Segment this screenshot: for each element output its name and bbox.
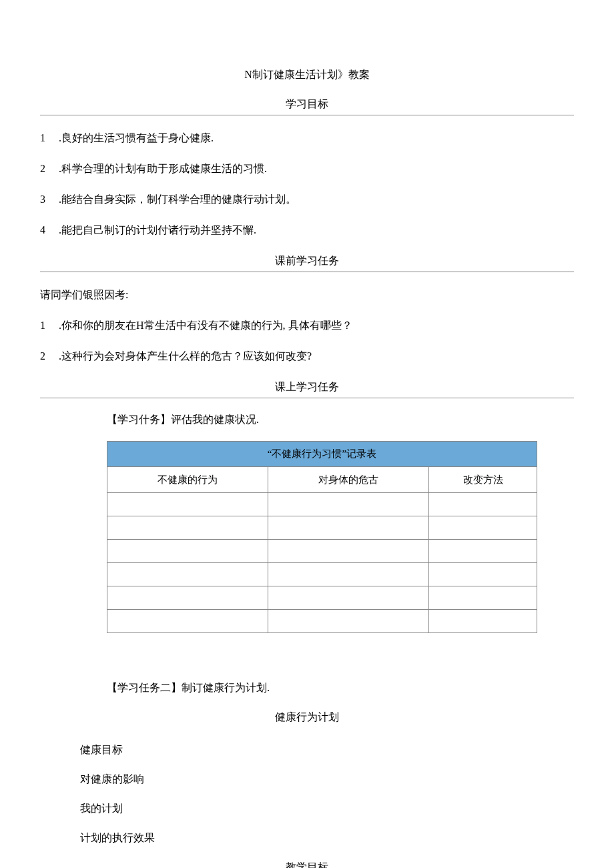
item-text: .你和你的朋友在H常生活中有没有不健康的行为, 具体有哪些？ <box>59 318 574 334</box>
plan-item-execution: 计划的执行效果 <box>80 830 574 846</box>
document-title: N制订健康生活计划》教案 <box>40 67 574 83</box>
item-number: 2 <box>40 161 59 177</box>
table-cell[interactable] <box>268 516 429 540</box>
table-cell[interactable] <box>107 586 268 610</box>
unhealthy-behavior-table: “不健康行为习惯”记录表 不健康的行为 对身体的危古 改变方法 <box>107 441 537 633</box>
item-number: 4 <box>40 222 59 238</box>
table-cell[interactable] <box>268 563 429 586</box>
task-one-label: 【学习什务】评估我的健康状况. <box>107 412 574 428</box>
plan-item-goal: 健康目标 <box>80 742 574 758</box>
table-cell[interactable] <box>429 493 537 516</box>
table-row <box>107 610 537 633</box>
table-cell[interactable] <box>107 540 268 563</box>
item-number: 1 <box>40 130 59 146</box>
pre-task-item: 2 .这种行为会对身体产生什么样的危古？应该如何改变? <box>40 348 574 364</box>
table-header-method: 改变方法 <box>429 466 537 493</box>
section-teaching-goal: 教学目标 <box>40 859 574 868</box>
table-header-harm: 对身体的危古 <box>268 466 429 493</box>
table-cell[interactable] <box>429 516 537 540</box>
table-cell[interactable] <box>429 540 537 563</box>
table-cell[interactable] <box>268 586 429 610</box>
section-in-class-task: 课上学习任务 <box>40 379 574 398</box>
item-number: 3 <box>40 191 59 207</box>
plan-title: 健康行为计划 <box>40 709 574 725</box>
plan-item-my-plan: 我的计划 <box>80 801 574 817</box>
item-text: .能把自己制订的计划付诸行动并坚持不懈. <box>59 222 574 238</box>
item-number: 2 <box>40 348 59 364</box>
goal-item: 2 .科学合理的计划有助于形成健康生活的习惯. <box>40 161 574 177</box>
table-cell[interactable] <box>107 493 268 516</box>
table-cell[interactable] <box>268 493 429 516</box>
item-text: .这种行为会对身体产生什么样的危古？应该如何改变? <box>59 348 574 364</box>
table-cell[interactable] <box>268 540 429 563</box>
plan-item-effect: 对健康的影响 <box>80 771 574 787</box>
table-title: “不健康行为习惯”记录表 <box>107 442 537 467</box>
item-number: 1 <box>40 318 59 334</box>
table-row <box>107 540 537 563</box>
pre-task-item: 1 .你和你的朋友在H常生活中有没有不健康的行为, 具体有哪些？ <box>40 318 574 334</box>
item-text: .能结合自身实际，制仃科学合理的健康行动计划。 <box>59 191 574 207</box>
table-cell[interactable] <box>429 586 537 610</box>
task-two-label: 【学习任务二】制订健康行为计划. <box>107 680 574 696</box>
goal-item: 3 .能结合自身实际，制仃科学合理的健康行动计划。 <box>40 191 574 207</box>
table-row <box>107 516 537 540</box>
table-row <box>107 563 537 586</box>
goal-item: 4 .能把自己制订的计划付诸行动并坚持不懈. <box>40 222 574 238</box>
table-cell[interactable] <box>268 610 429 633</box>
table-row <box>107 586 537 610</box>
table-cell[interactable] <box>107 610 268 633</box>
section-pre-task: 课前学习任务 <box>40 253 574 272</box>
item-text: .科学合理的计划有助于形成健康生活的习惯. <box>59 161 574 177</box>
table-header-behavior: 不健康的行为 <box>107 466 268 493</box>
goal-item: 1 .良好的生活习惯有益于身心健康. <box>40 130 574 146</box>
table-cell[interactable] <box>429 610 537 633</box>
section-learning-goal: 学习目标 <box>40 96 574 115</box>
pre-task-intro: 请同学们银照因考: <box>40 287 574 303</box>
table-cell[interactable] <box>429 563 537 586</box>
item-text: .良好的生活习惯有益于身心健康. <box>59 130 574 146</box>
table-cell[interactable] <box>107 516 268 540</box>
table-row <box>107 493 537 516</box>
table-cell[interactable] <box>107 563 268 586</box>
